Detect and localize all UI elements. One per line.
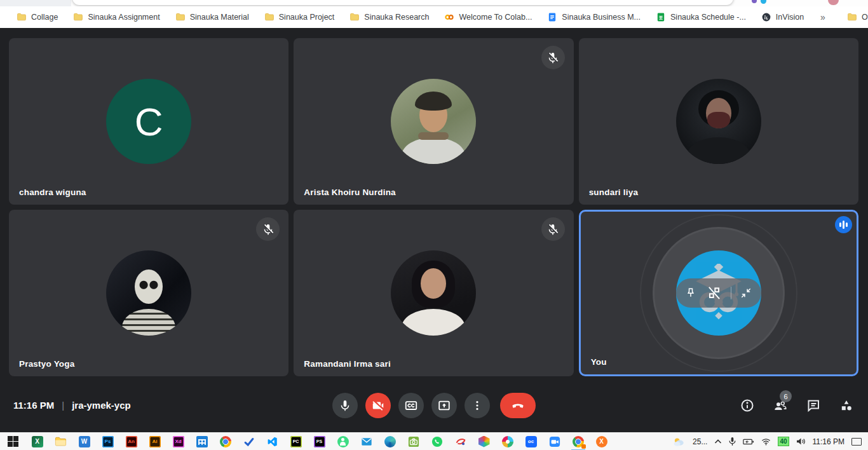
bookmark-label: Collage (31, 13, 58, 22)
bookmark-label: Welcome To Colab... (459, 13, 532, 22)
bookmarks-bar: Collage Sinauka Assignment Sinauka Mater… (0, 6, 868, 28)
pin-icon[interactable] (684, 287, 697, 299)
weather-icon[interactable] (673, 437, 686, 447)
illustrator-icon: Ai (149, 436, 161, 447)
browser-profile-avatar[interactable] (828, 0, 839, 5)
present-button[interactable] (431, 393, 457, 418)
participant-tile-sundari[interactable]: sundari liya (579, 38, 858, 205)
participant-tile-prastyo[interactable]: Prastyo Yoga (9, 210, 288, 376)
taskbar-app-mail[interactable] (355, 433, 378, 450)
taskbar-app-hexagon[interactable] (472, 433, 496, 450)
taskbar-app-pycharm[interactable]: PC (284, 433, 308, 450)
participant-tile-you[interactable]: You (579, 210, 858, 376)
taskbar-app-camera[interactable] (402, 433, 425, 450)
chat-button[interactable] (806, 398, 821, 413)
bookmark-sinauka-research[interactable]: Sinauka Research (342, 9, 437, 25)
tray-battery-icon[interactable] (743, 438, 754, 446)
taskbar-app-vscode[interactable] (261, 433, 284, 450)
google-docs-icon (547, 12, 557, 22)
bookmark-sinauka-schedule[interactable]: Sinauka Schedule -... (648, 9, 754, 25)
taskbar-app-animate[interactable]: An (119, 433, 143, 450)
bookmark-sinauka-project[interactable]: Sinauka Project (257, 9, 342, 25)
activities-button[interactable] (839, 398, 854, 413)
taskbar-app-calendar[interactable] (190, 433, 214, 450)
other-bookmarks[interactable]: Other bookmarks (839, 9, 868, 25)
colab-icon (444, 12, 454, 22)
avatar-initial: C (106, 79, 191, 164)
microphone-button[interactable] (332, 393, 358, 418)
tray-volume-icon[interactable] (796, 437, 806, 446)
bookmarks-overflow-chevron[interactable]: » (811, 12, 834, 22)
taskbar-app-todo[interactable] (237, 433, 261, 450)
participant-tile-ramandani[interactable]: Ramandani Irma sari (294, 210, 573, 376)
more-options-button[interactable] (465, 393, 490, 418)
taskbar-app-android[interactable] (331, 433, 355, 450)
bookmark-sinauka-assignment[interactable]: Sinauka Assignment (65, 9, 167, 25)
exit-fullscreen-icon[interactable] (740, 287, 752, 299)
mic-off-icon (546, 223, 559, 236)
tray-clock[interactable]: 11:16 PM (813, 437, 844, 446)
tray-mic-icon[interactable] (729, 437, 736, 446)
participant-tile-chandra[interactable]: C chandra wiguna (9, 38, 288, 205)
taskbar-app-xampp[interactable]: X (590, 433, 613, 450)
remove-from-grid-icon[interactable] (706, 285, 722, 301)
calendar-icon (196, 436, 208, 447)
avatar-wrap: C (9, 38, 288, 205)
hexagon-app-icon (478, 436, 490, 447)
taskbar-app-illustrator[interactable]: Ai (143, 433, 166, 450)
windows-logo-icon (8, 436, 18, 447)
bookmark-colab[interactable]: Welcome To Colab... (437, 9, 539, 25)
extension-icon[interactable] (761, 0, 766, 4)
taskbar-app-photos[interactable] (496, 433, 519, 450)
meeting-details-button[interactable] (740, 398, 755, 413)
tray-chevron-up-icon[interactable] (714, 439, 722, 445)
bookmark-sinauka-business[interactable]: Sinauka Business M... (539, 9, 648, 25)
taskbar-app-whatsapp[interactable] (425, 433, 449, 450)
taskbar-app-edge[interactable] (378, 433, 402, 450)
taskbar-app-excel[interactable]: X (25, 433, 49, 450)
participants-button[interactable]: 6 (773, 398, 788, 413)
folder-icon (73, 12, 83, 22)
call-controls (332, 393, 536, 418)
address-bar[interactable] (72, 0, 733, 5)
taskbar-app-ocenaudio[interactable]: oc (519, 433, 543, 450)
camera-off-button[interactable] (365, 393, 391, 418)
tray-wifi-icon[interactable] (761, 438, 771, 446)
folder-icon (17, 12, 27, 22)
battery-percent-badge[interactable]: 40 (778, 437, 789, 446)
captions-button[interactable] (398, 393, 424, 418)
leave-call-button[interactable] (500, 393, 536, 418)
toolbar-left-fragment (0, 0, 71, 6)
bookmark-collage[interactable]: Collage (9, 9, 65, 25)
action-center-icon[interactable] (851, 438, 862, 446)
bookmark-invision[interactable]: InVision (754, 9, 811, 25)
info-icon (740, 398, 755, 413)
taskbar-app-chrome-active[interactable] (566, 433, 590, 450)
participant-tile-arista[interactable]: Arista Khoiru Nurdina (294, 38, 573, 205)
present-screen-icon (437, 399, 451, 412)
system-tray: 25... 40 11:16 PM (673, 437, 868, 447)
avatar-wrap (294, 38, 573, 205)
start-button[interactable] (0, 433, 25, 450)
bookmark-sinauka-material[interactable]: Sinauka Material (168, 9, 257, 25)
taskbar-app-phpstorm[interactable]: PS (308, 433, 331, 450)
avatar-photo (676, 79, 761, 164)
bookmark-label: Sinauka Schedule -... (670, 13, 746, 22)
animate-icon: An (126, 436, 137, 447)
extension-icon[interactable] (752, 0, 757, 3)
taskbar-app-draw[interactable] (449, 433, 472, 450)
info-separator: | (62, 400, 64, 411)
draw-app-icon (455, 436, 466, 447)
chrome-icon (220, 436, 231, 447)
taskbar-app-photoshop[interactable]: Ps (96, 433, 119, 450)
taskbar-app-video[interactable] (543, 433, 566, 450)
taskbar-app-chrome[interactable] (214, 433, 237, 450)
participant-grid: C chandra wiguna Arista Khoiru Nurdina (9, 38, 858, 376)
taskbar-app-word[interactable]: W (72, 433, 96, 450)
pycharm-icon: PC (290, 436, 302, 447)
taskbar-app-file-explorer[interactable] (49, 433, 72, 450)
xampp-icon: X (596, 436, 607, 447)
avatar-wrap (9, 210, 288, 376)
weather-temp[interactable]: 25... (693, 437, 707, 446)
taskbar-app-xd[interactable]: Xd (166, 433, 190, 450)
